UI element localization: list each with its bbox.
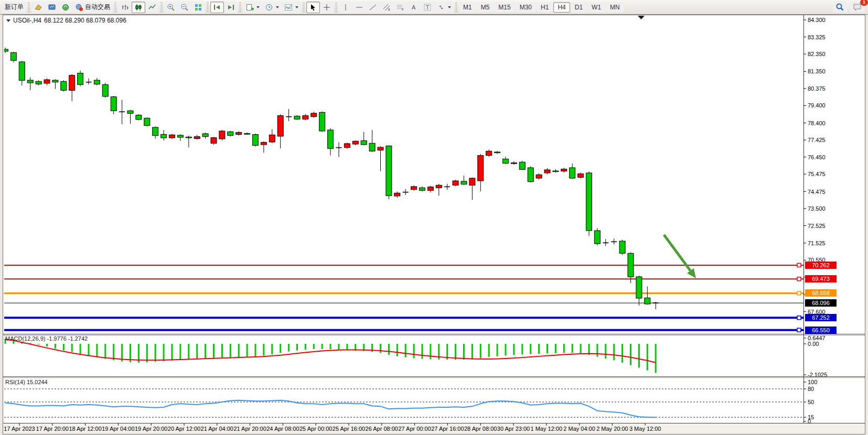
time-scale[interactable] (0, 423, 804, 435)
hline-handle[interactable] (797, 291, 801, 295)
symbol-dropdown-icon[interactable] (6, 19, 10, 22)
hline-handle[interactable] (797, 316, 801, 320)
mt4-window: 新订单 自动交易 (0, 0, 868, 435)
hline-handle[interactable] (797, 328, 801, 332)
hline-handle[interactable] (797, 277, 801, 281)
price-scale[interactable] (804, 15, 868, 423)
price-chart[interactable]: 84.30083.32582.35081.35080.37579.40078.4… (0, 0, 868, 435)
hline-handle[interactable] (797, 263, 801, 267)
